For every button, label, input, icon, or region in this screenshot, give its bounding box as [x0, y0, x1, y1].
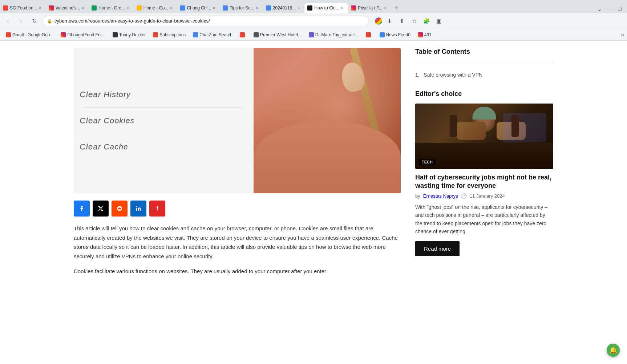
share-icon[interactable]: ⬆ — [397, 16, 407, 26]
reload-button[interactable]: ↻ — [29, 16, 39, 26]
share-linkedin-button[interactable] — [130, 201, 146, 217]
bookmark-label-news-feed: News Feed0 — [386, 32, 410, 37]
share-facebook-button[interactable] — [74, 201, 90, 217]
tab-label-home-gro: Home - Gro... — [98, 5, 125, 11]
author-prefix: by — [415, 193, 420, 199]
maximize-button[interactable]: □ — [615, 4, 624, 13]
monitor-glow — [503, 113, 546, 142]
url-text: cybernews.com/resources/an-easy-to-use-g… — [54, 18, 210, 24]
hair-left — [450, 115, 457, 137]
share-flipboard-button[interactable]: f — [149, 201, 165, 217]
tab-close-home-go[interactable]: × — [169, 5, 174, 11]
bookmark-label-gmail: Gmail - GoogleGoo... — [12, 32, 53, 37]
clock-icon: 🕐 — [461, 193, 467, 199]
bookmark-label-premier: Premier West Hotel... — [260, 32, 302, 37]
person-hat — [473, 107, 496, 120]
tab-home-gro[interactable]: Home - Gro... × — [89, 3, 134, 13]
bookmark-favicon-youtube1 — [240, 32, 245, 37]
tab-close-sg-food[interactable]: × — [37, 5, 43, 11]
bookmarks-more-icon[interactable]: » — [621, 32, 624, 38]
url-bar[interactable]: 🔒 cybernews.com/resources/an-easy-to-use… — [42, 16, 369, 26]
tab-tips[interactable]: Tips for Se... × — [220, 3, 263, 13]
new-tab-button[interactable]: + — [391, 3, 401, 13]
tab-valentines[interactable]: Valentine's... × — [46, 3, 89, 13]
read-more-button[interactable]: Read more — [415, 241, 460, 256]
person-silhouette — [415, 104, 553, 169]
tab-close-home-gro[interactable]: × — [125, 5, 131, 11]
tab-label-valentines: Valentine's... — [56, 5, 80, 11]
tab-favicon-valentines — [49, 5, 54, 11]
back-button[interactable]: ‹ — [3, 16, 13, 26]
tab-favicon-priscilla — [351, 5, 356, 11]
tab-favicon-home-go — [137, 5, 142, 11]
tab-close-tips[interactable]: × — [254, 5, 260, 11]
bookmark-instagram-491[interactable]: 491 — [415, 32, 434, 38]
bookmark-news-feed[interactable]: News Feed0 — [377, 32, 413, 38]
editors-choice-article-title[interactable]: Half of cybersecurity jobs might not be … — [415, 173, 553, 190]
tab-bar: SG Food on... × Valentine's... × Home - … — [0, 0, 627, 13]
article-paragraph-1: This article will tell you how to clear … — [74, 224, 401, 261]
tab-home-go[interactable]: Home - Go... × — [134, 3, 177, 13]
menu-item-clear-cache: Clear Cache — [80, 142, 238, 151]
tab-favicon-how-to-cle — [307, 5, 312, 11]
bookmark-premier[interactable]: Premier West Hotel... — [251, 32, 304, 38]
tab-close-chung-chi[interactable]: × — [211, 5, 217, 11]
forward-button[interactable]: › — [16, 16, 26, 26]
bookmark-label-subscriptions: Subscriptions — [159, 32, 186, 37]
address-bar: ‹ › ↻ 🔒 cybernews.com/resources/an-easy-… — [0, 13, 627, 29]
tab-sg-food[interactable]: SG Food on... × — [0, 3, 46, 13]
tech-badge: TECH — [419, 159, 436, 165]
sidebar-toggle-icon[interactable]: ▣ — [434, 16, 444, 26]
editors-choice-title: Editor's choice — [415, 90, 553, 98]
bookmark-ffthought[interactable]: ffthoughtFood For... — [58, 32, 108, 38]
bookmark-favicon-subscriptions — [153, 32, 158, 37]
bookmark-favicon-dr-marc — [309, 32, 314, 37]
tab-how-to-cle[interactable]: How to Cle... × — [304, 3, 348, 13]
author-link[interactable]: Ernestas Naprys — [423, 193, 458, 199]
tab-dropdown-icon[interactable]: ⌄ — [595, 4, 604, 13]
toc-item-1[interactable]: 1. Safe browsing with a VPN — [415, 70, 553, 79]
bookmark-favicon-tonny — [113, 32, 118, 37]
download-icon[interactable]: ⬇ — [384, 16, 395, 26]
article-hero-image: Clear History Clear Cookies Clear Cache — [74, 48, 401, 193]
minimize-button[interactable]: — — [605, 4, 614, 13]
bookmark-label-instagram-491: 491 — [424, 32, 432, 37]
bookmark-label-dr-marc: Dr-Marc-Tay_extract... — [315, 32, 359, 37]
browser-chrome: SG Food on... × Valentine's... × Home - … — [0, 0, 627, 41]
editors-choice-image: TECH — [415, 104, 553, 169]
tab-close-valentines[interactable]: × — [80, 5, 86, 11]
bookmark-dr-marc[interactable]: Dr-Marc-Tay_extract... — [306, 32, 361, 38]
tab-favicon-chung-chi — [180, 5, 185, 11]
bookmark-label-chatzum: ChatZum Search — [199, 32, 232, 37]
share-x-button[interactable] — [93, 201, 109, 217]
bookmark-icon[interactable]: ☆ — [409, 16, 419, 26]
bookmark-youtube1[interactable] — [237, 32, 249, 38]
editors-choice-meta: by Ernestas Naprys 🕐 11 January 2024 — [415, 193, 553, 199]
editors-choice: Editor's choice TECH Hal — [415, 90, 553, 256]
bookmark-subscriptions[interactable]: Subscriptions — [150, 32, 189, 38]
tab-priscilla[interactable]: Priscilla / P... × — [348, 3, 391, 13]
tab-chung-chi[interactable]: Chung Chi... × — [177, 3, 220, 13]
tab-favicon-20240116 — [266, 5, 271, 11]
table-of-contents: Table of Contents 1. Safe browsing with … — [415, 48, 553, 79]
share-reddit-button[interactable] — [112, 201, 128, 217]
bookmark-tonny[interactable]: Tonny Dekker — [110, 32, 149, 38]
tab-label-tips: Tips for Se... — [230, 5, 254, 11]
bookmark-chatzum[interactable]: ChatZum Search — [190, 32, 235, 38]
tab-label-home-go: Home - Go... — [143, 5, 169, 11]
tab-label-priscilla: Priscilla / P... — [358, 5, 383, 11]
tab-close-20240116[interactable]: × — [296, 5, 302, 11]
tab-label-sg-food: SG Food on... — [10, 5, 37, 11]
bookmark-gmail[interactable]: Gmail - GoogleGoo... — [3, 32, 56, 38]
person-lower — [415, 143, 553, 169]
tab-close-how-to-cle[interactable]: × — [339, 5, 345, 11]
toc-link-1[interactable]: 1. Safe browsing with a VPN — [415, 72, 482, 78]
bookmark-youtube2[interactable] — [363, 32, 375, 38]
tab-close-priscilla[interactable]: × — [383, 5, 388, 11]
extensions-icon[interactable]: 🧩 — [421, 16, 432, 26]
tab-favicon-sg-food — [3, 5, 8, 11]
google-icon — [375, 17, 382, 25]
toc-title: Table of Contents — [415, 48, 553, 56]
article-paragraph-2: Cookies facilitate various functions on … — [74, 267, 401, 276]
tab-20240116[interactable]: 20240116... × — [263, 3, 304, 13]
